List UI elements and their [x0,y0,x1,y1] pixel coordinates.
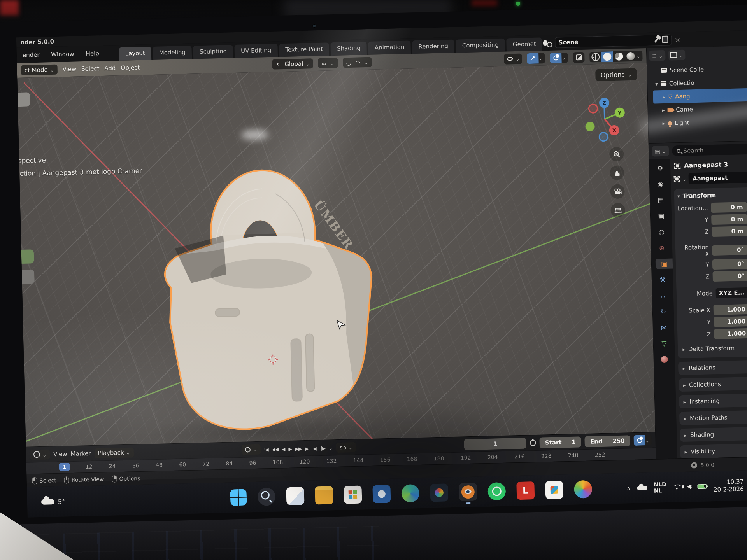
menu-window[interactable]: Window [45,50,80,58]
paint-icon[interactable] [545,481,563,499]
tab-constraints[interactable]: ⋈ [658,322,670,333]
menu-add[interactable]: Add [104,65,116,72]
file-explorer-icon[interactable] [315,486,333,504]
tab-scene[interactable]: ◍ [656,227,668,237]
outliner-filter-dropdown[interactable] [668,50,686,61]
properties-filter-dropdown[interactable] [652,146,669,157]
shading-dropdown[interactable] [636,52,642,59]
auto-keying-toggle[interactable] [242,444,261,455]
transform-panel-header[interactable]: Transform [677,191,747,200]
viewport-canvas[interactable]: ÜMBER [17,63,655,447]
outliner-display-dropdown[interactable] [649,50,665,61]
menu-select[interactable]: Select [81,65,100,72]
visibility-panel[interactable]: Visibility [680,443,747,458]
menu-object[interactable]: Object [121,64,140,72]
mode-dropdown[interactable]: ct Mode [21,65,57,75]
outliner-row-scene-collection[interactable]: Scene Colle [649,61,747,77]
editor-type-dropdown[interactable] [30,449,50,460]
start-button[interactable] [230,489,247,506]
tab-modifiers[interactable]: ⚒ [657,275,669,285]
tab-particles[interactable]: ∴ [657,290,669,301]
tab-tool[interactable]: ⚙ [654,163,666,173]
relations-panel[interactable]: Relations [678,360,747,375]
toggle-grid-button[interactable] [610,203,625,217]
timeline-overlay-toggle[interactable] [633,435,652,446]
search-button[interactable] [257,488,275,506]
shading-material-button[interactable] [613,51,625,62]
location-y-field[interactable]: 0 m [711,214,747,225]
visibility-toggle[interactable] [504,53,522,64]
delta-transform-panel[interactable]: Delta Transform [681,340,747,354]
menu-view[interactable]: View [62,66,76,73]
tab-modeling[interactable]: Modeling [153,46,192,60]
timeline-menu-playback[interactable]: Playback [94,447,134,458]
scale-z-field[interactable]: 1.000 [714,328,747,339]
start-frame-field[interactable]: Start 1 [539,436,581,448]
play-reverse-button[interactable] [282,445,285,452]
instancing-panel[interactable]: Instancing [679,393,747,408]
copilot-icon[interactable] [574,480,592,499]
next-frame-button[interactable] [321,444,325,451]
object-name-field[interactable]: Aangepast [689,171,747,184]
outlook-icon[interactable] [372,485,391,503]
shading-rendered-button[interactable] [624,51,637,61]
close-icon[interactable] [674,35,680,44]
pin-icon[interactable] [654,38,659,43]
edge-icon[interactable] [401,484,419,502]
toolbar-tool-partial[interactable] [18,249,34,264]
toolbar-tool-partial[interactable] [18,270,35,284]
motion-paths-panel[interactable]: Motion Paths [679,410,747,425]
transform-orientation-dropdown[interactable]: Global [272,58,313,69]
playhead-frame-chip[interactable]: 1 [59,463,70,471]
pan-button[interactable] [610,165,624,180]
outliner-row-camera[interactable]: Came [650,101,747,117]
new-scene-icon[interactable] [542,39,552,47]
copy-scene-icon[interactable] [663,37,668,43]
weather-widget[interactable]: 5° [41,498,65,506]
menu-help[interactable]: Help [80,50,105,58]
rotation-mode-dropdown[interactable]: XYZ E... [715,287,747,298]
timeline-menu-marker[interactable]: Marker [70,450,91,457]
proportional-edit-dropdown[interactable] [343,57,372,68]
muted-speaker-icon[interactable] [687,485,691,489]
tab-uv-editing[interactable]: UV Editing [235,44,278,58]
current-frame-field[interactable]: 1 [464,438,527,450]
scale-y-field[interactable]: 1.000 [714,316,747,327]
tab-rendering[interactable]: Rendering [412,40,454,54]
scene-name-field[interactable]: Scene [555,34,672,48]
rotation-y-field[interactable]: 0° [712,259,747,270]
timeline-menu-view[interactable]: View [53,450,67,458]
properties-search-input[interactable]: Search [672,144,747,156]
collections-panel[interactable]: Collections [679,376,747,392]
chevron-right-icon[interactable] [662,107,665,114]
store-icon[interactable] [344,486,362,504]
jump-to-end-button[interactable] [305,444,310,452]
onedrive-icon[interactable] [637,486,647,490]
tab-compositing[interactable]: Compositing [456,38,505,53]
location-z-field[interactable]: 0 m [712,226,747,237]
rotation-z-field[interactable]: 0° [712,271,747,282]
rotation-x-field[interactable]: 0° [712,245,747,256]
tab-render[interactable]: ◉ [654,179,666,189]
overlays-toggle[interactable] [550,52,568,63]
l-app-icon[interactable] [516,481,535,500]
tab-animation[interactable]: Animation [368,40,411,55]
photos-icon[interactable] [430,483,448,502]
stopwatch-icon[interactable] [530,439,536,446]
outliner-row-light[interactable]: Light [651,114,747,130]
outliner-row-collection[interactable]: Collectio [650,75,747,90]
gizmos-toggle[interactable] [527,53,545,64]
menu-render[interactable]: ender [17,51,46,59]
battery-icon[interactable] [698,484,707,489]
tab-object-data[interactable]: ▽ [658,338,670,349]
shading-wireframe-button[interactable] [589,51,601,62]
blender-app-active[interactable] [459,483,477,501]
chevron-right-icon[interactable] [663,93,665,100]
snapping-dropdown[interactable] [318,58,338,68]
location-x-field[interactable]: 0 m [711,202,747,213]
frame-step-dropdown[interactable] [329,444,333,451]
shading-solid-button[interactable] [601,51,613,62]
tab-shading[interactable]: Shading [331,42,367,56]
options-button[interactable]: Options [596,68,637,81]
tab-sculpting[interactable]: Sculpting [193,45,233,59]
